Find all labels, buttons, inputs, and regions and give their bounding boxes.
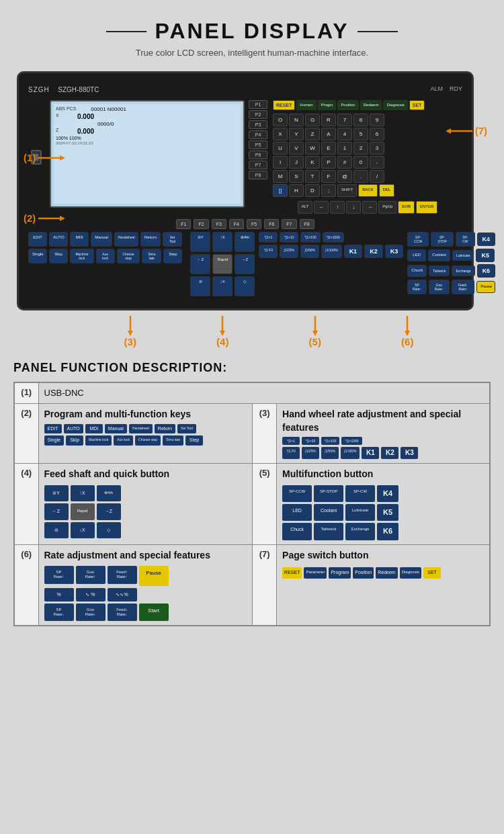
choosestop-btn[interactable]: Choose stop bbox=[117, 249, 140, 263]
settool-mini[interactable]: Set Tool bbox=[177, 424, 196, 433]
key-2[interactable]: 2 bbox=[353, 142, 368, 155]
key-dot[interactable]: . bbox=[353, 170, 368, 183]
hw-x10[interactable]: *∫1×10 bbox=[280, 232, 298, 243]
k5-btn[interactable]: K5 bbox=[476, 249, 495, 262]
p7-button[interactable]: P7 bbox=[249, 161, 267, 169]
handwheel-mini[interactable]: Handwheel bbox=[129, 424, 153, 433]
key-semicolon[interactable]: ; bbox=[321, 184, 336, 197]
key-enter[interactable]: ENTER bbox=[416, 201, 437, 214]
k4-btn[interactable]: K4 bbox=[477, 233, 496, 246]
sp-ccw-mini[interactable]: SP-CCW bbox=[282, 485, 312, 502]
k1-btn[interactable]: K1 bbox=[344, 245, 363, 258]
redeem-key[interactable]: Redeem bbox=[360, 100, 382, 110]
sp-pct-mini[interactable]: % bbox=[44, 588, 74, 601]
y-axis-btn[interactable]: ⊘Y bbox=[190, 232, 210, 252]
sp-stop-mini[interactable]: SP-STOP bbox=[314, 485, 343, 502]
feed-rate-dn-mini[interactable]: Feed↓Rate↓ bbox=[108, 603, 137, 621]
key-1[interactable]: 1 bbox=[337, 142, 352, 155]
key-V[interactable]: V bbox=[289, 142, 304, 155]
key-Y[interactable]: Y bbox=[289, 128, 304, 140]
chuck-btn[interactable]: Chuck bbox=[407, 265, 427, 276]
fy-mini[interactable]: ⊘Y bbox=[44, 485, 69, 501]
key-del[interactable]: DEL bbox=[379, 184, 395, 197]
k3-btn[interactable]: K3 bbox=[385, 245, 404, 258]
key-G[interactable]: G bbox=[305, 114, 320, 126]
k5-mini[interactable]: K5 bbox=[377, 504, 398, 521]
p8-button[interactable]: P8 bbox=[249, 171, 267, 179]
set-key[interactable]: SET bbox=[409, 100, 425, 110]
k2-btn[interactable]: K2 bbox=[364, 245, 383, 258]
circle-mini[interactable]: ⊘ bbox=[44, 522, 69, 538]
hw-x100[interactable]: *∫1×100 bbox=[300, 232, 320, 243]
exchange-mini[interactable]: Exchange bbox=[345, 523, 375, 540]
lubricate-btn[interactable]: Lubricate bbox=[452, 250, 474, 261]
p3-button[interactable]: P3 bbox=[249, 120, 267, 129]
coolant-mini[interactable]: Coolant bbox=[314, 504, 343, 521]
hw-50-mini[interactable]: ∫1/50% bbox=[321, 447, 339, 459]
tailstock-mini[interactable]: Tailstock bbox=[314, 523, 343, 540]
hw-f0-mini[interactable]: *∫1 F0 bbox=[282, 447, 300, 459]
k6-btn[interactable]: K6 bbox=[477, 264, 496, 278]
sp-rate-up-mini[interactable]: SPRate↑ bbox=[44, 566, 74, 583]
key-5[interactable]: 5 bbox=[353, 128, 368, 140]
key-7[interactable]: 7 bbox=[337, 114, 352, 126]
single-btn[interactable]: Single bbox=[28, 249, 47, 263]
key-X[interactable]: X bbox=[273, 128, 288, 140]
p4-button[interactable]: P4 bbox=[249, 130, 267, 139]
k4-mini[interactable]: K4 bbox=[377, 485, 398, 502]
key-E[interactable]: E bbox=[321, 142, 336, 155]
led-btn[interactable]: LED bbox=[407, 249, 426, 261]
rapid-mini[interactable]: Rapid bbox=[71, 503, 95, 519]
diagnosis-key[interactable]: Diagnosis bbox=[383, 100, 407, 110]
circle-btn[interactable]: ⊘ bbox=[190, 276, 210, 296]
parameter-page-btn[interactable]: Parameter bbox=[304, 567, 327, 578]
key-9[interactable]: 9 bbox=[370, 114, 384, 126]
x-up-btn[interactable]: ↑X bbox=[212, 232, 233, 252]
machlock-mini[interactable]: Machine lock bbox=[85, 435, 112, 445]
f7-key[interactable]: F7 bbox=[282, 219, 296, 229]
f5-key[interactable]: F5 bbox=[247, 219, 261, 229]
f6-key[interactable]: F6 bbox=[264, 219, 279, 229]
f1-key[interactable]: F1 bbox=[176, 219, 191, 229]
z-left-btn[interactable]: ←Z bbox=[190, 254, 210, 274]
4th-btn[interactable]: ⊕4th bbox=[235, 232, 255, 252]
coolant-btn[interactable]: Coolant bbox=[428, 249, 450, 261]
key-0[interactable]: 0 bbox=[353, 156, 368, 169]
key-at[interactable]: @ bbox=[337, 170, 352, 183]
diagnosis-page-btn[interactable]: Diagnosis bbox=[400, 567, 421, 578]
led-mini[interactable]: LED bbox=[282, 504, 312, 521]
key-I[interactable]: I bbox=[273, 156, 288, 169]
key-slash[interactable]: / bbox=[370, 170, 384, 183]
key-bracket[interactable]: [] bbox=[273, 184, 288, 197]
auto-mini[interactable]: AUTO bbox=[64, 424, 83, 433]
key-T[interactable]: T bbox=[305, 170, 320, 183]
hw-f0[interactable]: *∫1 F0 bbox=[259, 245, 278, 258]
key-right[interactable]: → bbox=[362, 201, 377, 214]
return-mini[interactable]: Return bbox=[155, 424, 175, 433]
hw-x10-mini[interactable]: *∫1×10 bbox=[302, 437, 319, 445]
key-J[interactable]: J bbox=[289, 156, 304, 169]
wave2-mini[interactable]: ∿∿% bbox=[108, 588, 137, 601]
set-page-btn[interactable]: SET bbox=[423, 567, 441, 578]
mdi-btn[interactable]: MDI bbox=[70, 232, 89, 247]
key-D[interactable]: D bbox=[305, 184, 320, 197]
pause-mini[interactable]: Pause bbox=[139, 566, 169, 585]
edit-btn[interactable]: EDIT bbox=[28, 232, 47, 247]
diamond-btn[interactable]: ◇ bbox=[235, 276, 255, 296]
position-page-btn[interactable]: Position bbox=[353, 567, 374, 578]
key-K[interactable]: K bbox=[305, 156, 320, 169]
key-A[interactable]: A bbox=[321, 128, 336, 140]
redeem-page-btn[interactable]: Redeem bbox=[376, 567, 397, 578]
simulate-btn[interactable]: Simu late bbox=[142, 249, 161, 263]
f3-key[interactable]: F3 bbox=[212, 219, 226, 229]
sp-stop-btn[interactable]: SP-STOP bbox=[431, 232, 454, 247]
key-R[interactable]: R bbox=[321, 114, 336, 126]
hw-x100-mini[interactable]: *∫1×100 bbox=[321, 437, 339, 445]
key-minus[interactable]: - bbox=[370, 156, 384, 169]
key-Z[interactable]: Z bbox=[305, 128, 320, 140]
k1-mini[interactable]: K1 bbox=[362, 447, 379, 459]
key-4[interactable]: 4 bbox=[337, 128, 352, 140]
edit-mini[interactable]: EDIT bbox=[44, 424, 62, 433]
skip-mini[interactable]: Skip bbox=[66, 435, 83, 445]
key-shift[interactable]: SHIFT bbox=[337, 184, 357, 197]
